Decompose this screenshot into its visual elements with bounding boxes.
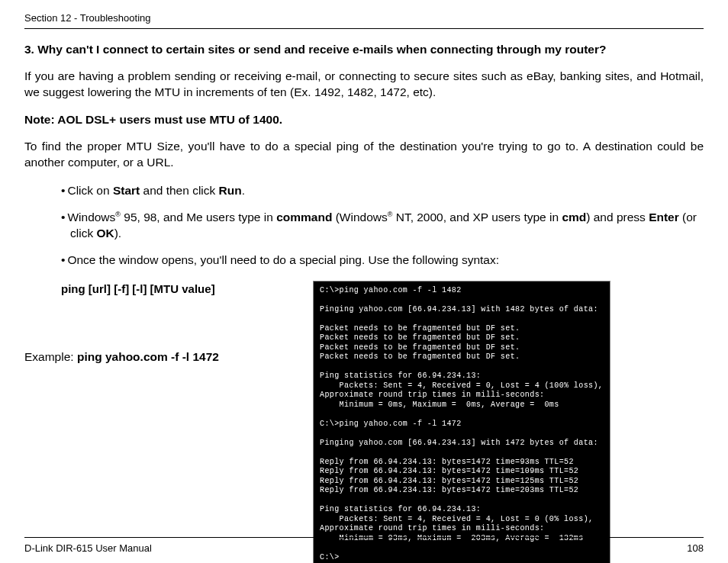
syntax-example-row: ping [url] [-f] [-l] [MTU value] Example… — [61, 281, 704, 563]
registered-icon: ® — [115, 211, 121, 218]
cmd-label: cmd — [562, 211, 586, 224]
terminal-screenshot: C:\>ping yahoo.com -f -l 1482 Pinging ya… — [313, 281, 610, 563]
bullet-1: •Click on Start and then click Run. — [61, 183, 704, 199]
note-line: Note: AOL DSL+ users must use MTU of 140… — [24, 113, 704, 127]
question-title: 3. Why can't I connect to certain sites … — [24, 43, 704, 56]
text: 95, 98, and Me users type in — [121, 211, 276, 224]
ping-example: Example: ping yahoo.com -f -l 1472 — [24, 350, 313, 364]
page-footer: D-Link DIR-615 User Manual 108 — [24, 537, 704, 554]
enter-label: Enter — [649, 211, 679, 224]
text: ) and press — [586, 211, 649, 224]
page-number: 108 — [687, 542, 704, 554]
example-command: ping yahoo.com -f -l 1472 — [77, 350, 219, 363]
ping-syntax: ping [url] [-f] [-l] [MTU value] — [61, 282, 313, 295]
text: . — [242, 184, 245, 197]
text: NT, 2000, and XP users type in — [392, 211, 562, 224]
paragraph-1: If you are having a problem sending or r… — [24, 69, 704, 101]
bullet-3: •Once the window opens, you'll need to d… — [61, 253, 704, 269]
bullet-2: •Windows® 95, 98, and Me users type in c… — [61, 210, 704, 242]
text: and then click — [140, 184, 218, 197]
text: (Windows — [332, 211, 387, 224]
section-header: Section 12 - Troubleshooting — [24, 12, 704, 29]
section-title: Section 12 - Troubleshooting — [24, 12, 151, 24]
run-label: Run — [219, 184, 242, 197]
text: Once the window opens, you'll need to do… — [67, 253, 499, 266]
command-label: command — [276, 211, 332, 224]
left-column: ping [url] [-f] [-l] [MTU value] Example… — [61, 281, 313, 364]
ok-label: OK — [96, 227, 114, 240]
text: Click on — [67, 184, 112, 197]
manual-title: D-Link DIR-615 User Manual — [24, 542, 152, 554]
text: ). — [114, 227, 121, 240]
example-label: Example: — [24, 350, 77, 363]
text: Windows — [67, 211, 115, 224]
paragraph-2: To find the proper MTU Size, you'll have… — [24, 139, 704, 171]
bullet-list: •Click on Start and then click Run. •Win… — [61, 183, 704, 269]
start-label: Start — [113, 184, 140, 197]
